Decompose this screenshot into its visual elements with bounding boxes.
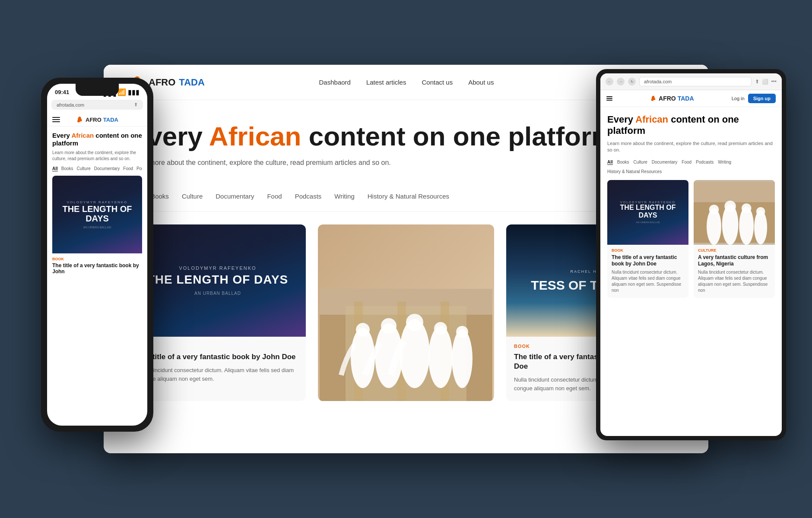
tablet-device: ← → ↻ afrotada.com ⬆ ⬜ ••• AFRO TADA [596,69,786,440]
phone-cat-food[interactable]: Food [123,166,133,171]
tablet-logo: AFRO TADA [650,95,694,102]
svg-point-13 [434,322,447,335]
tablet-login-btn[interactable]: Log in [732,96,745,101]
tablet-card-body-2: CULTURE A very fantastic culture from La… [694,245,775,298]
tablet-article-card-2[interactable]: CULTURE A very fantastic culture from La… [694,180,775,298]
svg-point-14 [452,329,473,388]
article-excerpt-1: Nulla tincidunt consectetur dictum. Aliq… [137,366,298,383]
tablet-nav: AFRO TADA Log in Sign up [600,90,782,107]
svg-point-23 [742,203,752,213]
book-cover-1: VOLODYMYR RAFEYENKO THE LENGTH OF DAYS A… [130,224,306,337]
cat-tab-documentary[interactable]: Documentary [216,193,254,202]
phone-book-cover: VOLODYMYR RAFEYENKO THE LENGTH OF DAYS A… [52,176,142,253]
tablet-cat-books[interactable]: Books [617,160,629,165]
tablet-cat-all[interactable]: All [607,160,613,165]
tablet-card-title-1: The title of a very fantastic book by Jo… [612,254,684,268]
tablet-content: Every African content on one platform Le… [600,107,782,436]
phone-logo-tada: TADA [103,117,118,123]
phone-hero-sub: Learn more about the continent, explore … [52,150,142,162]
svg-point-19 [709,205,719,215]
tablet-culture-svg [694,180,775,245]
cat-tab-books[interactable]: Books [151,193,169,202]
phone-hero-title: Every African content on one platform [52,132,142,147]
tablet-cat-food[interactable]: Food [682,160,691,165]
cat-tab-podcasts[interactable]: Podcasts [295,193,322,202]
tablet-screen: ← → ↻ afrotada.com ⬆ ⬜ ••• AFRO TADA [600,73,782,436]
tablet-cat-documentary[interactable]: Documentary [652,160,677,165]
phone-book-sub: AN URBAN BALLAD [83,226,111,229]
phone-screen: 09:41 ▐▐▐ 📶 ▮▮▮ afrotada.com ⬆ AFRO TADA [47,84,147,426]
phone-book-info: BOOK The title of a very fantastic book … [52,253,142,275]
book-title-img-1: THE LENGTH OF DAYS [147,273,289,287]
tablet-cat-writing[interactable]: Writing [718,160,731,165]
phone-nav: AFRO TADA [47,113,147,126]
phone-book-tag: BOOK [52,257,142,261]
cat-tab-history[interactable]: History & Natural Resources [368,193,449,202]
phone-book-author: VOLODYMYR RAFEYENKO [67,200,128,204]
tablet-logo-icon [650,95,657,102]
logo-text-tada: TADA [179,77,204,88]
svg-point-15 [456,326,468,338]
tablet-article-card-1[interactable]: VOLODYMYR RAFEYENKO THE LENGTH OF DAYS A… [607,180,688,298]
tablet-book-cover-1: VOLODYMYR RAFEYENKO THE LENGTH OF DAYS A… [607,180,688,245]
tablet-cat-culture[interactable]: Culture [634,160,647,165]
article-card-1[interactable]: VOLODYMYR RAFEYENKO THE LENGTH OF DAYS A… [130,224,306,401]
phone-cat-books[interactable]: Books [61,166,73,171]
tablet-refresh-btn[interactable]: ↻ [628,78,636,85]
phone-share-icon: ⬆ [134,102,138,107]
tablet-nav-buttons: Log in Sign up [732,94,776,103]
culture-svg [318,289,494,401]
svg-point-7 [356,323,370,337]
tablet-back-btn[interactable]: ← [606,78,613,85]
phone-book-card[interactable]: VOLODYMYR RAFEYENKO THE LENGTH OF DAYS A… [52,176,142,275]
phone-notch [76,84,119,96]
phone-cat-all[interactable]: All [52,166,58,171]
tablet-menu-icon[interactable] [606,96,612,101]
book-subtitle-1: AN URBAN BALLAD [194,291,241,296]
tablet-browser-icons: ⬆ ⬜ ••• [755,79,777,85]
nav-link-about[interactable]: About us [468,79,494,86]
battery-icon: ▮▮▮ [128,88,140,96]
phone-address-bar[interactable]: afrotada.com ⬆ [51,100,143,110]
wifi-icon: 📶 [117,88,126,96]
tablet-signup-btn[interactable]: Sign up [748,94,776,103]
tablet-forward-btn[interactable]: → [617,78,625,85]
nav-link-contact[interactable]: Contact us [422,79,453,86]
cat-tab-culture[interactable]: Culture [182,193,203,202]
phone-menu-icon[interactable] [52,117,60,122]
tablet-card-title-2: A very fantastic culture from Lagos, Nig… [698,254,771,268]
tablet-book-title-img-1: THE LENGTH OF DAYS [612,204,684,219]
tablet-book-author-1: VOLODYMYR RAFEYENKO [620,201,676,204]
tablet-card-excerpt-1: Nulla tincidunt consectetur dictum. Aliq… [612,269,684,294]
logo-text-afro: AFRO [149,77,175,88]
phone-book-title-text: The title of a very fantastic book by Jo… [52,262,142,275]
cat-tab-writing[interactable]: Writing [334,193,354,202]
phone-category-tabs: All Books Culture Documentary Food Podca… [52,166,142,171]
tablet-cat-podcasts[interactable]: Podcasts [696,160,714,165]
svg-point-11 [406,314,423,331]
tablet-cat-history[interactable]: History & Natural Resources [607,169,662,174]
article-tag-1: BOOK [137,344,298,349]
tablet-tabs-icon: ⬜ [762,79,768,85]
article-title-1: The title of a very fantastic book by Jo… [137,352,298,362]
phone-cat-culture[interactable]: Culture [77,166,91,171]
tablet-card-tag-2: CULTURE [698,248,771,253]
nav-link-latest[interactable]: Latest articles [366,79,406,86]
cat-tab-food[interactable]: Food [267,193,282,202]
culture-image-2 [318,224,494,401]
article-card-2[interactable]: CULTURE A very fantastic culture from La… [318,224,494,401]
phone-logo-afro: AFRO [86,117,102,123]
phone-cat-documentary[interactable]: Documentary [94,166,120,171]
tablet-hero-sub: Learn more about the continent, explore … [607,140,775,154]
phone-book-title-img: THE LENGTH OF DAYS [57,204,137,223]
nav-link-dashboard[interactable]: Dashbaord [319,79,351,86]
phone-device: 09:41 ▐▐▐ 📶 ▮▮▮ afrotada.com ⬆ AFRO TADA [41,78,153,432]
article-body-1: BOOK The title of a very fantastic book … [130,337,306,392]
tablet-address-bar[interactable]: afrotada.com [639,77,752,86]
svg-point-12 [428,326,453,388]
tablet-share-icon: ⬆ [755,79,759,85]
tablet-book-sub-1: AN URBAN BALLAD [636,221,660,224]
tablet-browser-bar: ← → ↻ afrotada.com ⬆ ⬜ ••• [600,73,782,90]
tablet-logo-text-tada: TADA [678,95,694,102]
phone-cat-podcasts[interactable]: Podcasts [136,166,142,171]
